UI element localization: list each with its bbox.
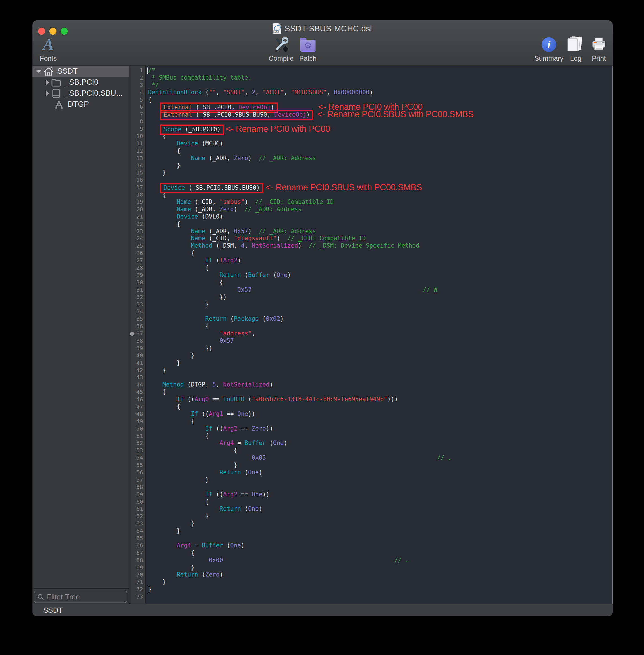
code-line[interactable]: Method (_DSM, 4, NotSerialized) // _DSM:… — [148, 242, 612, 250]
code-token: { — [148, 250, 194, 256]
code-line[interactable] — [148, 308, 612, 315]
code-line[interactable]: { — [148, 403, 612, 410]
code-line[interactable]: { — [148, 323, 612, 330]
code-line[interactable]: Name (_ADR, Zero) // _ADR: Address — [148, 155, 612, 162]
fonts-button[interactable]: A Fonts — [32, 36, 64, 62]
code-line[interactable]: If (!Arg2) — [148, 257, 612, 264]
code-line[interactable]: } — [148, 301, 612, 308]
code-line[interactable]: } — [148, 461, 612, 469]
print-button[interactable]: Print — [587, 36, 611, 62]
code-line[interactable] — [148, 374, 612, 381]
code-line[interactable]: Device (_SB.PCI0.SBUS.BUS0)<- Rename PCI… — [148, 184, 612, 191]
code-line[interactable]: */ — [148, 82, 612, 89]
code-line[interactable]: Device (DVL0) — [148, 213, 612, 221]
code-line[interactable]: { — [148, 264, 612, 272]
code-line[interactable]: { — [148, 498, 612, 506]
code-line[interactable]: { — [148, 148, 612, 155]
code-line[interactable]: Return (One) — [148, 505, 612, 513]
code-line[interactable]: Arg4 = Buffer (One) — [148, 542, 612, 549]
code-line[interactable]: } — [148, 520, 612, 527]
line-number: 29 — [129, 272, 145, 279]
code-line[interactable]: { — [148, 250, 612, 257]
line-number: 3 — [129, 82, 145, 89]
log-button[interactable]: Log — [564, 36, 588, 62]
sidebar-item-sb-pci0-sbus[interactable]: _SB.PCI0.SBU... — [32, 88, 129, 99]
disclosure-right-icon[interactable] — [46, 80, 49, 85]
code-line[interactable]: } — [148, 513, 612, 520]
patch-icon: ⚙ — [295, 36, 321, 53]
code-line[interactable]: { — [148, 447, 612, 454]
code-line[interactable]: { — [148, 221, 612, 228]
patch-button[interactable]: ⚙ Patch — [295, 36, 321, 62]
code-line[interactable]: Name (_CID, "diagsvault") // _CID: Compa… — [148, 235, 612, 242]
sidebar-item-dtgp[interactable]: DTGP — [32, 99, 129, 110]
code-token: Zero — [220, 206, 234, 212]
code-line[interactable]: } — [148, 476, 612, 483]
code-token: (_DSM, — [212, 242, 241, 249]
code-line[interactable]: "address", — [148, 330, 612, 337]
code-token: Method — [163, 381, 184, 388]
code-token — [148, 381, 163, 388]
code-line[interactable]: } — [148, 162, 612, 170]
code-line[interactable]: 0x57 // W — [148, 286, 612, 294]
code-line[interactable] — [148, 483, 612, 491]
code-line[interactable]: } — [148, 367, 612, 374]
compile-button[interactable]: Compile — [268, 36, 294, 62]
code-editor[interactable]: /* * SMBus compatibility table. */Defini… — [146, 66, 613, 604]
code-line[interactable]: { — [148, 549, 612, 557]
code-line[interactable]: * SMBus compatibility table. — [148, 74, 612, 82]
code-line[interactable]: { — [148, 279, 612, 286]
sidebar-item-ssdt[interactable]: SSDT — [32, 66, 129, 77]
code-token: Device — [177, 140, 198, 147]
code-line[interactable]: Scope (_SB.PCI0)<- Rename PCI0 with PC00 — [148, 126, 612, 133]
code-line[interactable]: Arg4 = Buffer (One) — [148, 439, 612, 447]
code-line[interactable]: External (_SB_.PCI0.SBUS.BUS0, DeviceObj… — [148, 111, 612, 118]
code-line[interactable]: Name (_ADR, 0x57) // _ADR: Address — [148, 228, 612, 235]
code-line[interactable]: } — [148, 586, 612, 593]
code-line[interactable]: 0x57 — [148, 337, 612, 345]
sidebar-item-sb-pci0[interactable]: _SB.PCI0 — [32, 77, 129, 88]
code-line[interactable]: Device (MCHC) — [148, 140, 612, 148]
code-line[interactable]: { — [148, 388, 612, 396]
line-number: 65 — [129, 535, 145, 542]
code-line[interactable]: Return (Buffer (One) — [148, 272, 612, 279]
code-line[interactable]: 0x00 // . — [148, 557, 612, 564]
filter-field[interactable] — [34, 591, 127, 603]
disclosure-down-icon[interactable] — [36, 70, 42, 73]
code-line[interactable]: }) — [148, 294, 612, 301]
code-line[interactable]: } — [148, 527, 612, 535]
code-line[interactable]: } — [148, 579, 612, 586]
code-line[interactable]: /* — [148, 67, 612, 74]
code-token: Arg0 — [194, 396, 209, 403]
summary-button[interactable]: i Summary — [532, 36, 565, 62]
code-line[interactable]: Return (Package (0x02) — [148, 315, 612, 323]
code-line[interactable]: }) — [148, 345, 612, 352]
code-line[interactable]: Name (_ADR, Zero) // _ADR: Address — [148, 206, 612, 213]
code-line[interactable]: Method (DTGP, 5, NotSerialized) — [148, 381, 612, 388]
code-line[interactable]: } — [148, 352, 612, 359]
code-token: 0x57 — [220, 337, 234, 344]
code-line[interactable]: If ((Arg0 == ToUUID ("a0b5b7c6-1318-441c… — [148, 396, 612, 403]
code-line[interactable]: { — [148, 418, 612, 425]
code-line[interactable]: If ((Arg2 == One)) — [148, 491, 612, 498]
code-token: ) — [280, 315, 284, 322]
code-token: One — [248, 469, 259, 476]
line-number: 62 — [129, 513, 145, 520]
code-line[interactable] — [148, 593, 612, 601]
code-line[interactable]: } — [148, 359, 612, 367]
code-token: Return — [220, 272, 241, 278]
code-line[interactable]: Return (One) — [148, 469, 612, 476]
code-line[interactable]: Return (Zero) — [148, 571, 612, 579]
code-line[interactable]: } — [148, 564, 612, 571]
code-line[interactable] — [148, 535, 612, 542]
disclosure-right-icon[interactable] — [46, 91, 49, 96]
code-line[interactable]: Name (_CID, "smbus") // _CID: Compatible… — [148, 199, 612, 206]
code-line[interactable]: { — [148, 432, 612, 440]
filter-input[interactable] — [46, 592, 127, 602]
code-token: Return — [205, 315, 227, 322]
code-line[interactable]: DefinitionBlock ("", "SSDT", 2, "ACDT", … — [148, 89, 612, 96]
code-line[interactable]: If ((Arg1 == One)) — [148, 410, 612, 418]
code-line[interactable]: 0x03 // . — [148, 454, 612, 461]
code-line[interactable]: If ((Arg2 == Zero)) — [148, 425, 612, 432]
code-line[interactable]: } — [148, 169, 612, 177]
